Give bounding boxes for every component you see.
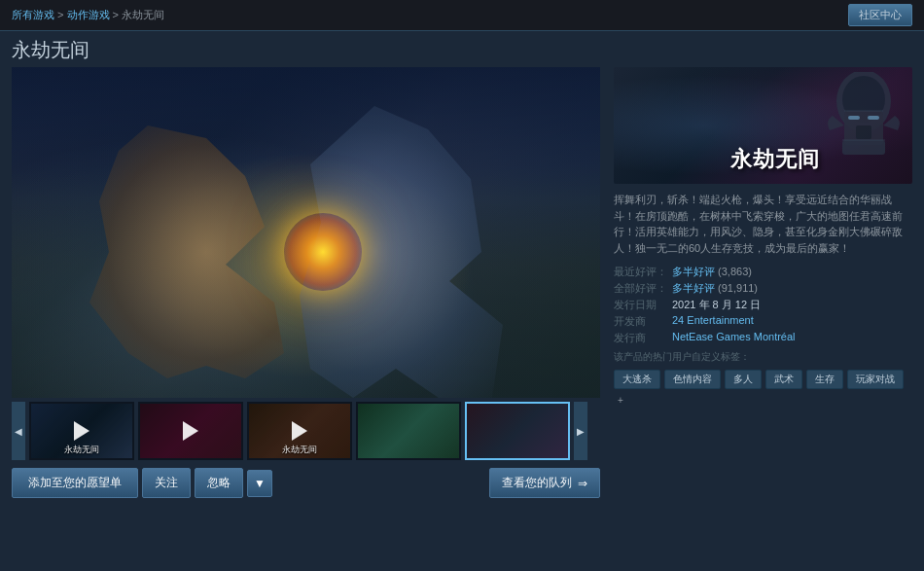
queue-arrow-icon: ⇒ (578, 477, 587, 490)
recent-reviews-label: 最近好评： (614, 264, 672, 280)
top-bar: 所有游戏 > 动作游戏 > 永劫无间 社区中心 (0, 0, 924, 31)
meta-row-publisher: 发行商 NetEase Games Montréal (614, 330, 912, 346)
release-date-value: 2021 年 8 月 12 日 (672, 297, 912, 313)
thumb-3-label: 永劫无间 (249, 444, 350, 456)
bottom-buttons: 添加至您的愿望单 关注 忽略 ▼ 查看您的队列 ⇒ (12, 468, 600, 498)
breadcrumb-current-game: 永劫无间 (122, 9, 164, 20)
thumbnail-2[interactable] (138, 402, 243, 460)
screenshot-image (12, 67, 600, 398)
game-title-capsule: 永劫无间 (730, 145, 820, 174)
tag-more[interactable]: + (614, 393, 627, 408)
thumbnail-5[interactable] (465, 402, 570, 460)
tag-adult-content[interactable]: 色情内容 (664, 370, 721, 389)
user-tags-label: 该产品的热门用户自定义标签： (614, 350, 912, 364)
thumb-prev-button[interactable]: ◀ (12, 402, 25, 460)
tags-row: 大逃杀 色情内容 多人 武术 生存 玩家对战 + (614, 370, 912, 408)
developer-label: 开发商 (614, 313, 672, 330)
tag-martial-arts[interactable]: 武术 (765, 370, 802, 389)
breadcrumb-all-games[interactable]: 所有游戏 (12, 9, 54, 20)
thumbnail-3[interactable]: 永劫无间 (247, 402, 352, 460)
recent-reviews-value: 多半好评 (3,863) (672, 264, 912, 280)
tag-multiplayer[interactable]: 多人 (725, 370, 762, 389)
game-description: 挥舞利刃，斩杀！端起火枪，爆头！享受远近结合的华丽战斗！在房顶跑酷，在树林中飞索… (614, 192, 912, 256)
tag-survival[interactable]: 生存 (806, 370, 843, 389)
publisher-label: 发行商 (614, 330, 672, 346)
thumb-1-label: 永劫无间 (31, 444, 132, 456)
thumbnail-strip: ◀ 永劫无间 永劫无间 (12, 402, 600, 460)
thumb-next-button[interactable]: ▶ (574, 402, 587, 460)
meta-row-developer: 开发商 24 Entertainment (614, 313, 912, 330)
dropdown-button[interactable]: ▼ (247, 470, 272, 497)
release-date-label: 发行日期 (614, 297, 672, 313)
queue-label: 查看您的队列 (502, 475, 572, 491)
game-capsule: 永劫无间 (614, 67, 912, 184)
breadcrumb: 所有游戏 > 动作游戏 > 永劫无间 (12, 8, 164, 22)
follow-button[interactable]: 关注 (142, 468, 191, 498)
right-section: 永劫无间 挥舞利刃，斩杀！端起火枪，爆头！享受远近结合的华丽战斗！在房顶跑酷，在… (614, 67, 912, 498)
main-screenshot (12, 67, 600, 398)
wishlist-button[interactable]: 添加至您的愿望单 (12, 468, 138, 498)
meta-row-recent-reviews: 最近好评： 多半好评 (3,863) (614, 264, 912, 280)
svg-rect-6 (842, 140, 885, 155)
meta-row-all-reviews: 全部好评： 多半好评 (91,911) (614, 280, 912, 297)
publisher-value: NetEase Games Montréal (672, 330, 912, 346)
samurai-mask-icon (825, 72, 903, 179)
svg-rect-3 (848, 116, 860, 120)
ignore-button[interactable]: 忽略 (195, 468, 243, 498)
svg-rect-4 (868, 116, 879, 120)
svg-rect-5 (856, 125, 871, 139)
main-content: ◀ 永劫无间 永劫无间 (0, 67, 924, 498)
breadcrumb-action-games[interactable]: 动作游戏 (67, 9, 110, 20)
thumbnail-1[interactable]: 永劫无间 (29, 402, 134, 460)
tag-battle-royale[interactable]: 大逃杀 (614, 370, 660, 389)
view-queue-button[interactable]: 查看您的队列 ⇒ (489, 468, 600, 498)
community-center-button[interactable]: 社区中心 (848, 4, 912, 26)
developer-link[interactable]: 24 Entertainment (672, 314, 754, 326)
meta-table: 最近好评： 多半好评 (3,863) 全部好评： 多半好评 (91,911) 发… (614, 264, 912, 346)
all-reviews-value: 多半好评 (91,911) (672, 280, 912, 297)
page-title: 永劫无间 (0, 31, 924, 67)
left-section: ◀ 永劫无间 永劫无间 (12, 67, 600, 498)
all-reviews-label: 全部好评： (614, 280, 672, 297)
tag-pvp[interactable]: 玩家对战 (847, 370, 904, 389)
thumbnail-4[interactable] (356, 402, 461, 460)
publisher-link[interactable]: NetEase Games Montréal (672, 331, 796, 342)
meta-row-release-date: 发行日期 2021 年 8 月 12 日 (614, 297, 912, 313)
developer-value: 24 Entertainment (672, 313, 912, 330)
